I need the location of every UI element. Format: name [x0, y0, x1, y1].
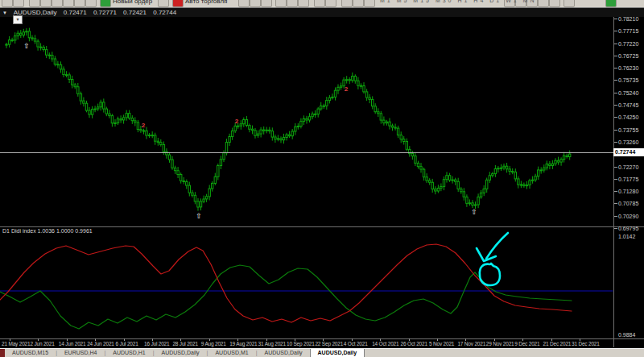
- strategy-tester-icon[interactable]: [85, 0, 97, 7]
- indicator-scale-bottom: 0.9884: [618, 332, 635, 338]
- text-icon[interactable]: [549, 0, 560, 7]
- date-label: 21 May 2021: [2, 341, 30, 347]
- price-label: 0.74745: [618, 102, 638, 108]
- price-label: 0.73755: [618, 127, 638, 132]
- price-label: 0.71280: [618, 189, 638, 194]
- zoom-in-icon[interactable]: [275, 0, 287, 7]
- candlestick-chart[interactable]: [0, 17, 613, 226]
- one-click-trading-button[interactable]: ▾: [13, 15, 23, 24]
- candles-icon[interactable]: [250, 0, 261, 7]
- profiles-icon[interactable]: [40, 0, 52, 7]
- auto-scroll-icon[interactable]: [314, 0, 325, 7]
- chart-tab-eurusd-h4[interactable]: EURUSD,H4: [57, 349, 104, 357]
- crosshair-icon[interactable]: [13, 0, 24, 7]
- chart-title-bar: ▼ AUDUSD,Daily 0.72471 0.72771 0.72421 0…: [0, 8, 644, 17]
- date-label: 4 Oct 2021: [344, 341, 368, 347]
- chart-tab-audusd-daily[interactable]: AUDUSD,Daily: [310, 349, 365, 357]
- red-signal-marker[interactable]: 2: [345, 85, 348, 93]
- up-arrow-marker[interactable]: ⇧: [23, 42, 30, 50]
- ohlc-high: 0.72771: [93, 9, 117, 16]
- price-tick: [614, 167, 617, 168]
- line-chart-icon[interactable]: [261, 0, 272, 7]
- ohlc-close: 0.72744: [153, 9, 176, 16]
- date-label: 2 Jun 2021: [30, 341, 54, 347]
- metatrader-window: Новый ордерАвто торговляM1 M5 M15 M30 H1…: [0, 0, 644, 357]
- current-price-line: [0, 152, 613, 153]
- price-tick: [614, 105, 617, 106]
- up-arrow-marker[interactable]: ⇧: [196, 212, 202, 220]
- zoom-out-icon[interactable]: [287, 0, 298, 7]
- price-label: 0.77220: [618, 40, 638, 46]
- date-label: 9 Aug 2021: [201, 341, 226, 347]
- price-label: 0.72270: [618, 164, 638, 169]
- price-tick: [614, 203, 617, 204]
- price-label: 0.73260: [618, 139, 638, 144]
- chart-tab-audusd-m1[interactable]: AUDUSD,M1: [208, 349, 255, 357]
- date-label: 9 Dec 2021: [514, 341, 539, 347]
- chart-tab-bar: AUDUSD,M15|EURUSD,H4|AUDUSD,H1|AUDUSD,Da…: [0, 348, 644, 357]
- price-axis[interactable]: 0.782100.777150.772200.767250.762300.757…: [614, 17, 644, 338]
- candles: [6, 31, 571, 207]
- didi-long-line: [0, 244, 572, 322]
- bars-icon[interactable]: [238, 0, 250, 7]
- hand-drawn-annotation[interactable]: [477, 233, 508, 285]
- metaeditor-icon[interactable]: [158, 0, 169, 7]
- market-watch-icon[interactable]: [52, 0, 63, 7]
- periods-icon[interactable]: [353, 0, 364, 7]
- add-indicator-icon[interactable]: [605, 0, 617, 7]
- templates-icon[interactable]: [364, 0, 375, 7]
- didi-short-line: [0, 265, 572, 329]
- date-label: 29 Nov 2021: [486, 341, 514, 347]
- symbol-dropdown-icon[interactable]: ▼: [2, 10, 7, 15]
- new-chart-icon[interactable]: [29, 0, 40, 7]
- price-label: 0.75240: [618, 89, 638, 95]
- price-tick: [614, 216, 617, 217]
- current-price-box: 0.72744: [613, 148, 644, 156]
- price-label: 0.74250: [618, 114, 638, 120]
- main-toolbar[interactable]: Новый ордерАвто торговляM1 M5 M15 M30 H1…: [0, 0, 644, 8]
- chart-tab-audusd-daily[interactable]: AUDUSD,Daily: [155, 349, 207, 357]
- annotation-stroke: [480, 264, 500, 285]
- new-order-button[interactable]: Новый ордер: [113, 0, 152, 5]
- price-tick: [614, 93, 617, 93]
- didi-index-panel[interactable]: [0, 227, 613, 338]
- date-label: 26 Oct 2021: [401, 341, 427, 347]
- price-tick: [614, 142, 617, 143]
- red-signal-marker[interactable]: 2: [142, 122, 145, 129]
- chart-tab-audusd-h1[interactable]: AUDUSD,H1: [105, 349, 152, 357]
- up-arrow-marker[interactable]: ⇧: [471, 208, 477, 216]
- indicators-icon[interactable]: [341, 0, 353, 7]
- chart-tab-audusd-daily[interactable]: AUDUSD,Daily: [257, 349, 309, 357]
- price-label: 0.70290: [618, 213, 638, 218]
- price-label: 0.70785: [618, 201, 638, 206]
- fibo-icon[interactable]: [564, 0, 575, 7]
- autotrade-icon[interactable]: [172, 0, 184, 7]
- date-label: 19 Aug 2021: [229, 341, 257, 347]
- new-order-icon[interactable]: [100, 0, 111, 7]
- price-label: 0.76230: [618, 65, 638, 71]
- price-tick: [614, 56, 617, 56]
- date-label: 10 Sep 2021: [287, 341, 315, 347]
- date-label: 28 Jul 2021: [172, 341, 197, 347]
- cursor-icon[interactable]: [2, 0, 13, 7]
- autotrading-button[interactable]: Авто торговля: [185, 0, 227, 5]
- price-label: 0.75735: [618, 77, 638, 83]
- tile-windows-icon[interactable]: [298, 0, 309, 7]
- price-tick: [614, 191, 617, 192]
- date-label: 14 Jun 2021: [59, 341, 86, 347]
- terminal-icon[interactable]: [74, 0, 85, 7]
- price-tick: [614, 19, 617, 19]
- price-label: 0.69795: [618, 225, 638, 230]
- timeframe-buttons[interactable]: M1 M5 M15 M30 H1 H4 D1 W1 MN: [380, 0, 536, 3]
- date-label: 16 Jul 2021: [144, 341, 169, 347]
- arrows-icon[interactable]: [538, 0, 549, 7]
- price-tick: [614, 117, 617, 118]
- chart-shift-icon[interactable]: [325, 0, 336, 7]
- chart-tab-audusd-m15[interactable]: AUDUSD,M15: [5, 349, 56, 357]
- ohlc-open: 0.72471: [64, 9, 87, 16]
- indicator-scale-top: 1.0142: [618, 234, 635, 239]
- time-axis[interactable]: 21 May 20212 Jun 202114 Jun 202124 Jun 2…: [0, 339, 613, 348]
- navigator-icon[interactable]: [63, 0, 74, 7]
- price-label: 0.77715: [618, 28, 638, 34]
- red-signal-marker[interactable]: 2: [235, 118, 238, 125]
